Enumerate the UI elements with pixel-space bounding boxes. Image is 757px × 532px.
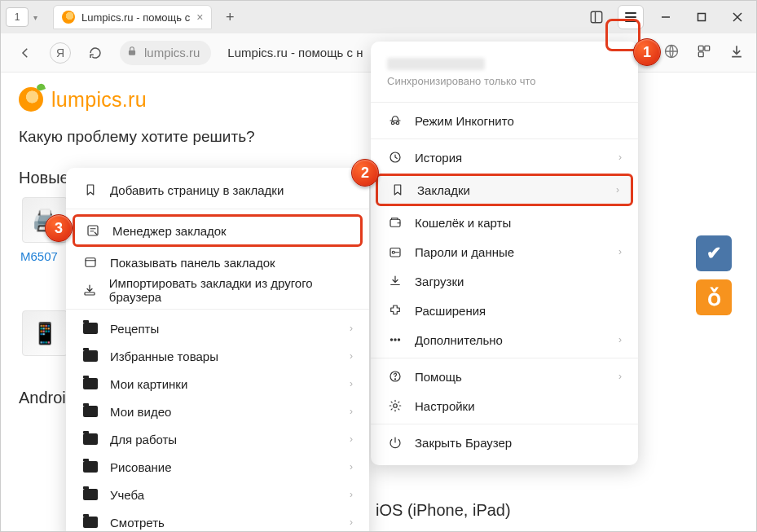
browser-tab[interactable]: Lumpics.ru - помощь с ×	[53, 5, 212, 29]
menu-extensions[interactable]: Расширения	[371, 296, 638, 325]
menu-label: Закладки	[417, 183, 470, 197]
yandex-home-icon[interactable]: Я	[50, 42, 71, 64]
sub-import[interactable]: Импортировать закладки из другого браузе…	[66, 276, 369, 304]
bookmark-folder[interactable]: Избранные товары›	[66, 342, 369, 370]
folder-icon	[82, 461, 99, 473]
bookmarks-submenu: Добавить страницу в закладки Менеджер за…	[66, 168, 369, 532]
lumpics-logo-text[interactable]: lumpics.ru	[51, 88, 147, 112]
separator	[66, 309, 369, 310]
sidebar-icon[interactable]	[583, 5, 610, 29]
bookmark-folder[interactable]: Для работы›	[66, 425, 369, 453]
svg-rect-5	[129, 51, 135, 55]
menu-close-browser[interactable]: Закрыть Браузер	[371, 428, 638, 457]
chevron-right-icon: ›	[350, 406, 353, 417]
separator	[371, 358, 638, 358]
svg-point-17	[394, 339, 396, 341]
share-vk[interactable]: ✔	[696, 235, 732, 271]
svg-rect-2	[698, 14, 706, 21]
import-icon	[82, 283, 98, 297]
download-icon[interactable]	[728, 43, 745, 63]
sub-label: Показывать панель закладок	[110, 256, 275, 270]
separator	[371, 138, 638, 139]
key-icon	[387, 244, 403, 259]
separator	[66, 209, 369, 209]
share-ok[interactable]: ǒ	[696, 279, 732, 315]
chevron-right-icon: ›	[350, 378, 353, 389]
url-box[interactable]: lumpics.ru	[120, 41, 211, 65]
menu-settings[interactable]: Настройки	[371, 391, 638, 420]
folder-label: Мои видео	[110, 405, 171, 419]
reload-button[interactable]	[82, 41, 108, 65]
menu-label: Настройки	[415, 399, 475, 413]
extensions-icon[interactable]	[696, 43, 712, 63]
lumpics-logo-icon	[19, 87, 43, 112]
separator	[371, 102, 638, 103]
svg-rect-24	[85, 292, 95, 295]
chevron-right-icon: ›	[618, 334, 622, 345]
menu-wallet[interactable]: Кошелёк и карты	[371, 208, 638, 237]
svg-rect-0	[591, 11, 602, 23]
chevron-right-icon: ›	[618, 152, 622, 163]
nav-back[interactable]	[12, 41, 38, 65]
globe-icon[interactable]	[663, 43, 680, 63]
chevron-right-icon: ›	[350, 323, 353, 334]
puzzle-icon	[387, 303, 403, 318]
close-tab-icon[interactable]: ×	[196, 11, 203, 24]
sub-show-bar[interactable]: Показывать панель закладок	[66, 248, 369, 276]
folder-icon	[82, 378, 99, 389]
wallet-icon	[387, 215, 403, 230]
menu-user-block[interactable]: Синхронизировано только что	[371, 46, 638, 99]
sub-label: Импортировать закладки из другого браузе…	[109, 276, 353, 304]
window-minimize[interactable]	[652, 5, 680, 29]
tab-count[interactable]: 1	[6, 7, 29, 27]
menu-history[interactable]: История ›	[371, 143, 638, 172]
tab-title: Lumpics.ru - помощь с	[81, 11, 190, 24]
window-close[interactable]	[724, 5, 751, 29]
download-icon	[387, 274, 403, 288]
menu-bookmarks[interactable]: Закладки ›	[376, 174, 633, 206]
folder-label: Мои картинки	[110, 377, 187, 391]
sub-bookmark-manager[interactable]: Менеджер закладок	[73, 214, 363, 247]
bookmark-folder[interactable]: Рисование›	[66, 453, 369, 481]
bookmark-folder[interactable]: Учеба›	[66, 481, 369, 508]
bookmark-folder[interactable]: Мои видео›	[66, 398, 369, 425]
bookmark-folder[interactable]: Мои картинки›	[66, 370, 369, 398]
menu-passwords[interactable]: Пароли и данные ›	[371, 237, 638, 266]
chevron-right-icon: ›	[618, 246, 622, 257]
chevron-right-icon: ›	[350, 433, 353, 445]
titlebar: 1 ▾ Lumpics.ru - помощь с × +	[1, 1, 756, 33]
hamburger-menu-button[interactable]	[618, 5, 644, 29]
chevron-down-icon[interactable]: ▾	[33, 13, 45, 22]
section-ios: iOS (iPhone, iPad)	[376, 501, 511, 520]
sub-label: Менеджер закладок	[112, 224, 227, 238]
svg-point-16	[390, 339, 392, 341]
menu-help[interactable]: Помощь ›	[371, 362, 638, 391]
menu-label: Расширения	[415, 304, 486, 318]
menu-downloads[interactable]: Загрузки	[371, 266, 638, 296]
menu-incognito[interactable]: Режим Инкогнито	[371, 106, 638, 135]
sub-label: Добавить страницу в закладки	[110, 183, 284, 197]
folder-icon	[82, 406, 99, 417]
folder-label: Избранные товары	[110, 350, 218, 363]
manager-icon	[85, 223, 101, 238]
bookmark-folder[interactable]: Смотреть›	[66, 508, 369, 532]
new-tab-button[interactable]: +	[220, 7, 240, 27]
help-icon	[387, 369, 403, 384]
window-maximize[interactable]	[688, 5, 715, 29]
folder-label: Для работы	[110, 433, 177, 446]
bookmark-folder[interactable]: Рецепты›	[66, 314, 369, 342]
article-thumb-2[interactable]: 📱	[22, 310, 68, 356]
menu-more[interactable]: Дополнительно ›	[371, 325, 638, 354]
lock-icon	[126, 46, 138, 59]
folder-icon	[82, 350, 99, 362]
menu-label: Закрыть Браузер	[415, 436, 512, 450]
folder-icon	[82, 489, 99, 500]
svg-point-21	[394, 404, 398, 408]
sub-add-bookmark[interactable]: Добавить страницу в закладки	[66, 176, 369, 204]
menu-label: Пароли и данные	[415, 245, 514, 259]
chevron-right-icon: ›	[350, 350, 353, 362]
bookmark-icon	[82, 182, 99, 197]
history-icon	[387, 150, 403, 165]
menu-label: Загрузки	[415, 275, 464, 288]
menu-label: Дополнительно	[415, 333, 503, 347]
